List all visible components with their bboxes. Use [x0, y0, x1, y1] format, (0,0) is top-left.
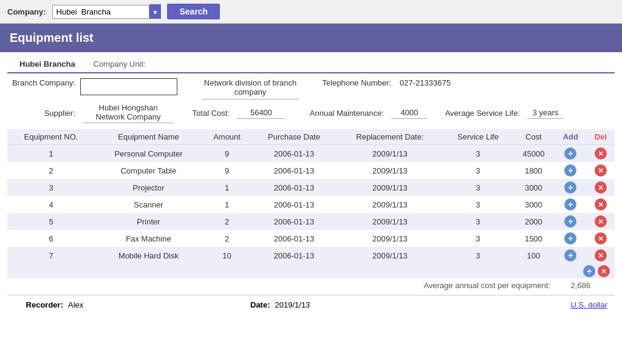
cell-4-1: Printer [95, 213, 202, 230]
cell-5-0: 6 [7, 230, 95, 247]
annual-maint-value: 4000 [391, 108, 428, 119]
col-header-name: Equipment Name [95, 129, 202, 145]
cell-0-1: Personal Computer [95, 145, 202, 163]
add-button-2[interactable]: + [564, 181, 576, 194]
add-button-1[interactable]: + [564, 164, 576, 177]
network-value: Network division of branch company [202, 78, 299, 99]
cell-0-6: 45000 [513, 145, 555, 163]
table-row: 7Mobile Hard Disk102006-01-132009/1/1331… [7, 247, 615, 264]
col-header-add: Add [555, 129, 587, 145]
add-cell-3: + [555, 196, 587, 213]
table-row: 5Printer22006-01-132009/1/1332000+× [7, 213, 615, 230]
title-bar: Equipment list [0, 24, 622, 52]
col-header-replacement: Replacement Date: [337, 129, 443, 145]
page-title: Equipment list [10, 31, 94, 44]
del-cell-5: × [587, 230, 615, 247]
branch-company-input[interactable] [80, 78, 177, 95]
del-button-2[interactable]: × [595, 181, 607, 194]
company-select-wrapper [52, 4, 162, 19]
avg-annual-cost-label: Average annual cost per equipment: [423, 281, 550, 290]
del-cell-4: × [587, 213, 615, 230]
supplier-value: Hubei HongshanNetwork Company [83, 103, 174, 123]
cell-2-1: Projector [95, 179, 202, 196]
info-row-2: Supplier: Hubei HongshanNetwork Company … [7, 101, 615, 126]
col-header-cost: Cost [513, 129, 555, 145]
cell-3-6: 3000 [513, 196, 555, 213]
cell-0-5: 3 [443, 145, 513, 163]
supplier-label: Supplier: [7, 109, 80, 118]
search-button[interactable]: Search [167, 4, 220, 19]
cell-0-2: 9 [202, 145, 251, 163]
tab-hubei-brancha[interactable]: Hubei Brancha [7, 56, 87, 73]
cell-3-1: Scanner [95, 196, 202, 213]
cell-1-1: Computer Table [95, 162, 202, 179]
cell-5-2: 2 [202, 230, 251, 247]
telephone-value: 027-21333675 [400, 78, 451, 87]
add-button-0[interactable]: + [564, 147, 576, 160]
cell-3-0: 4 [7, 196, 95, 213]
avg-annual-cost-value: 2,686 [560, 281, 590, 290]
cell-2-2: 1 [202, 179, 251, 196]
avg-life-value: 3 years [527, 108, 564, 119]
col-header-amount: Amount [202, 129, 251, 145]
table-row: 2Computer Table92006-01-132009/1/1331800… [7, 162, 615, 179]
branch-company-label: Branch Company: [7, 78, 80, 87]
cell-2-0: 3 [7, 179, 95, 196]
total-cost-label: Total Cost: [186, 109, 234, 118]
cell-6-4: 2009/1/13 [337, 247, 443, 264]
del-cell-2: × [587, 179, 615, 196]
avg-life-label: Average Service Life: [428, 109, 525, 118]
cell-5-4: 2009/1/13 [337, 230, 443, 247]
cell-1-0: 2 [7, 162, 95, 179]
cell-2-3: 2006-01-13 [251, 179, 337, 196]
annual-maint-label: Annual Maintenance: [298, 109, 389, 118]
cell-4-2: 2 [202, 213, 251, 230]
cell-5-1: Fax Machine [95, 230, 202, 247]
add-row-extra-button[interactable]: + [583, 265, 595, 277]
company-dropdown-btn[interactable] [149, 4, 162, 19]
telephone-label: Telephone Number: [317, 78, 396, 87]
cell-6-2: 10 [202, 247, 251, 264]
del-row-extra-button[interactable]: × [598, 265, 610, 277]
table-row: 1Personal Computer92006-01-132009/1/1334… [7, 145, 615, 163]
col-header-no: Equipment NO. [7, 129, 95, 145]
add-button-4[interactable]: + [564, 215, 576, 228]
del-cell-3: × [587, 196, 615, 213]
add-button-6[interactable]: + [564, 249, 576, 261]
cell-1-6: 1800 [513, 162, 555, 179]
currency-link[interactable]: U.S. dollar [570, 300, 607, 309]
cell-6-1: Mobile Hard Disk [95, 247, 202, 264]
cell-0-3: 2006-01-13 [251, 145, 337, 163]
del-button-0[interactable]: × [595, 147, 607, 160]
date-label: Date: [250, 300, 270, 309]
del-button-3[interactable]: × [595, 198, 607, 211]
cell-4-3: 2006-01-13 [251, 213, 337, 230]
tab-company-unit: Company Unit: [94, 59, 146, 69]
cell-6-3: 2006-01-13 [251, 247, 337, 264]
add-cell-6: + [555, 247, 587, 264]
company-input[interactable] [52, 5, 149, 19]
cell-0-4: 2009/1/13 [337, 145, 443, 163]
del-cell-1: × [587, 162, 615, 179]
cell-3-2: 1 [202, 196, 251, 213]
cell-4-6: 2000 [513, 213, 555, 230]
del-button-6[interactable]: × [595, 249, 607, 261]
cell-2-6: 3000 [513, 179, 555, 196]
cell-5-3: 2006-01-13 [251, 230, 337, 247]
total-cost-value: 56400 [237, 108, 285, 119]
cell-4-4: 2009/1/13 [337, 213, 443, 230]
col-header-del: Del [587, 129, 615, 145]
recorder-value: Alex [68, 300, 129, 309]
del-cell-6: × [587, 247, 615, 264]
del-button-5[interactable]: × [595, 232, 607, 244]
del-button-4[interactable]: × [595, 215, 607, 228]
del-button-1[interactable]: × [595, 164, 607, 177]
add-button-5[interactable]: + [564, 232, 576, 244]
cell-6-5: 3 [443, 247, 513, 264]
cell-3-5: 3 [443, 196, 513, 213]
add-button-3[interactable]: + [564, 198, 576, 211]
cell-5-6: 1500 [513, 230, 555, 247]
avg-cost-row: Average annual cost per equipment: 2,686 [7, 278, 615, 292]
date-value: 2019/1/13 [275, 300, 336, 309]
footer: Recorder: Alex Date: 2019/1/13 U.S. doll… [7, 295, 615, 314]
